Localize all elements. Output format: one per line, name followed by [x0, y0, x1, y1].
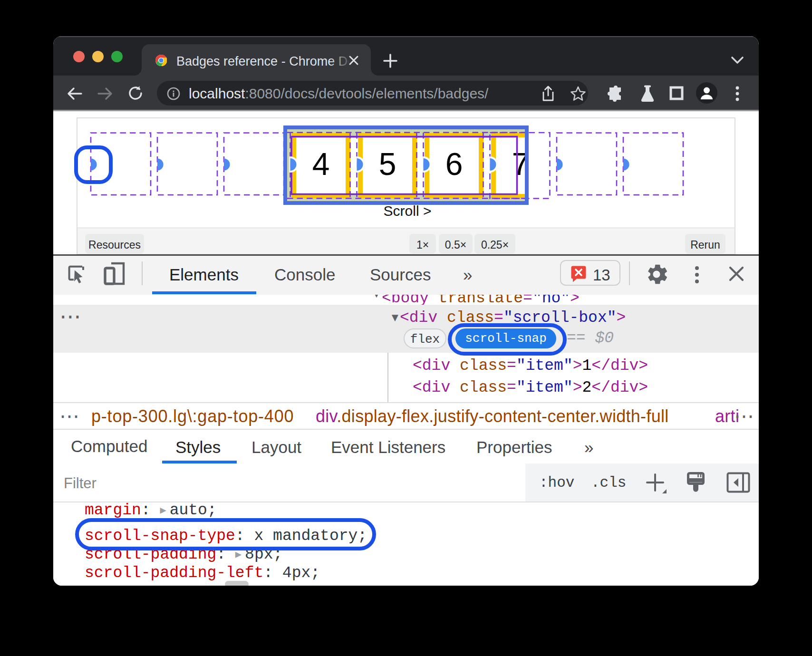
svg-text:Scroll >: Scroll > [384, 203, 432, 219]
svg-text:6: 6 [445, 146, 463, 182]
svg-text:0.5×: 0.5× [445, 239, 466, 251]
svg-text:1×: 1× [416, 239, 429, 251]
svg-text:0.25×: 0.25× [481, 239, 509, 251]
svg-text:4: 4 [312, 146, 330, 182]
svg-text:5: 5 [379, 146, 396, 182]
svg-text:Resources: Resources [88, 239, 141, 251]
svg-text:Rerun: Rerun [690, 239, 720, 251]
